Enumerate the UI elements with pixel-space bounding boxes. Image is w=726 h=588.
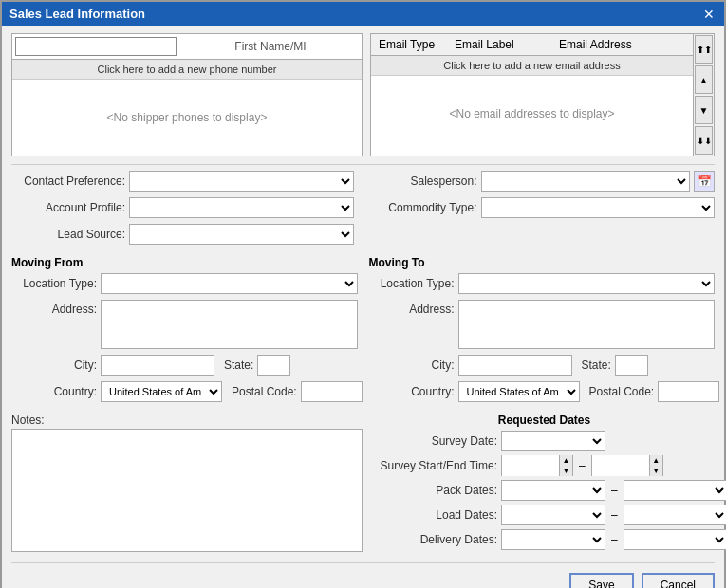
- survey-date-row: Survey Date:: [374, 431, 715, 451]
- from-state-label: State:: [218, 358, 253, 372]
- delivery-dates-label: Delivery Dates:: [374, 533, 497, 546]
- phone-input[interactable]: [15, 37, 177, 56]
- email-panel-wrapper: Email Type Email Label Email Address Cli…: [370, 33, 715, 156]
- load-dash: –: [609, 508, 620, 522]
- survey-start-down-btn[interactable]: ▼: [559, 466, 572, 476]
- from-country-label: Country:: [11, 385, 97, 398]
- to-state-input[interactable]: [615, 355, 648, 376]
- phone-header: First Name/MI: [12, 34, 362, 60]
- commodity-type-row: Commodity Type:: [373, 197, 716, 218]
- moving-to-block: Moving To Location Type: Address: City: …: [369, 256, 716, 408]
- salesperson-label: Salesperson:: [373, 175, 477, 188]
- email-address-col: Email Address: [551, 34, 693, 55]
- moving-from-title: Moving From: [11, 256, 358, 269]
- footer-buttons: Save Cancel: [11, 569, 715, 588]
- to-location-select[interactable]: [458, 273, 716, 294]
- email-up-btn[interactable]: ▲: [695, 65, 713, 94]
- phone-empty-label: <No shipper phones to display>: [12, 80, 362, 156]
- survey-time-label: Survey Start/End Time:: [374, 459, 497, 472]
- save-button[interactable]: Save: [569, 573, 633, 588]
- survey-end-up-btn[interactable]: ▲: [649, 455, 662, 466]
- to-location-label: Location Type:: [369, 277, 455, 290]
- cancel-button[interactable]: Cancel: [642, 573, 715, 588]
- to-state-label: State:: [576, 358, 611, 372]
- contact-pref-select[interactable]: [129, 171, 354, 192]
- lead-source-row: Lead Source:: [11, 224, 354, 245]
- email-side-buttons: ⬆⬆ ▲ ▼ ⬇⬇: [694, 33, 715, 156]
- email-panel: Email Type Email Label Email Address Cli…: [370, 33, 694, 156]
- contact-pref-label: Contact Preference:: [11, 175, 125, 188]
- moving-from-block: Moving From Location Type: Address: City…: [11, 256, 358, 408]
- dialog-title: Sales Lead Information: [9, 7, 145, 21]
- survey-start-up-btn[interactable]: ▲: [559, 455, 572, 466]
- notes-textarea[interactable]: [11, 429, 363, 552]
- email-label-col: Email Label: [447, 34, 551, 55]
- from-country-row: Country: United States of Am Postal Code…: [11, 381, 358, 402]
- to-address-textarea[interactable]: [458, 300, 716, 349]
- to-postal-input[interactable]: [658, 381, 719, 402]
- survey-end-down-btn[interactable]: ▼: [649, 466, 662, 476]
- pack-dates-label: Pack Dates:: [374, 484, 497, 497]
- survey-start-spinner: ▲ ▼: [501, 455, 573, 476]
- from-city-label: City:: [11, 358, 97, 372]
- first-name-placeholder: First Name/MI: [179, 34, 362, 59]
- from-address-textarea[interactable]: [101, 300, 358, 349]
- from-city-input[interactable]: [101, 355, 214, 376]
- commodity-type-select[interactable]: [481, 197, 716, 218]
- survey-end-input[interactable]: [592, 455, 649, 476]
- sales-lead-dialog: Sales Lead Information ✕ First Name/MI C…: [0, 0, 726, 588]
- pack-to-select[interactable]: [624, 480, 726, 501]
- email-bottom-btn[interactable]: ⬇⬇: [695, 126, 713, 155]
- survey-date-label: Survey Date:: [374, 434, 497, 448]
- mid-form-section: Contact Preference: Account Profile: Lea…: [11, 171, 715, 250]
- add-email-row[interactable]: Click here to add a new email address: [371, 56, 693, 76]
- survey-date-select[interactable]: [501, 431, 605, 451]
- to-city-input[interactable]: [458, 355, 572, 376]
- title-bar: Sales Lead Information ✕: [2, 2, 724, 26]
- add-phone-row[interactable]: Click here to add a new phone number: [12, 60, 362, 80]
- delivery-from-select[interactable]: [501, 529, 605, 550]
- notes-block: Notes:: [11, 413, 363, 555]
- survey-start-input[interactable]: [502, 455, 559, 476]
- lead-source-label: Lead Source:: [11, 228, 125, 241]
- calendar-button[interactable]: 📅: [694, 171, 715, 192]
- form-right: Salesperson: 📅 Commodity Type:: [373, 171, 716, 250]
- email-empty-label: <No email addresses to display>: [371, 76, 693, 152]
- lead-source-select[interactable]: [129, 224, 354, 245]
- top-section: First Name/MI Click here to add a new ph…: [11, 33, 715, 156]
- email-top-btn[interactable]: ⬆⬆: [695, 35, 713, 64]
- load-to-select[interactable]: [624, 505, 726, 525]
- delivery-dash: –: [609, 533, 620, 546]
- load-dates-row: Load Dates: –: [374, 505, 715, 525]
- from-location-row: Location Type:: [11, 273, 358, 294]
- survey-time-dash: –: [577, 459, 587, 472]
- form-left: Contact Preference: Account Profile: Lea…: [11, 171, 354, 250]
- phone-panel: First Name/MI Click here to add a new ph…: [11, 33, 363, 156]
- commodity-type-label: Commodity Type:: [373, 201, 477, 214]
- survey-end-spinner-btns: ▲ ▼: [649, 455, 662, 476]
- load-from-select[interactable]: [501, 505, 605, 525]
- from-city-row: City: State:: [11, 355, 358, 376]
- pack-dash: –: [609, 484, 620, 497]
- close-button[interactable]: ✕: [701, 8, 717, 21]
- pack-from-select[interactable]: [501, 480, 605, 501]
- dialog-body: First Name/MI Click here to add a new ph…: [2, 26, 724, 588]
- salesperson-select[interactable]: [481, 171, 691, 192]
- from-state-input[interactable]: [257, 355, 290, 376]
- email-down-btn[interactable]: ▼: [695, 96, 713, 124]
- email-header: Email Type Email Label Email Address: [371, 34, 693, 56]
- from-postal-input[interactable]: [301, 381, 363, 402]
- to-city-label: City:: [369, 358, 455, 372]
- requested-dates-title: Requested Dates: [374, 413, 715, 427]
- to-country-select[interactable]: United States of Am: [458, 381, 580, 402]
- bottom-section: Notes: Requested Dates Survey Date: Surv…: [11, 413, 715, 555]
- to-country-label: Country:: [369, 385, 455, 398]
- from-country-select[interactable]: United States of Am: [101, 381, 222, 402]
- salesperson-row: Salesperson: 📅: [373, 171, 716, 192]
- from-location-select[interactable]: [101, 273, 358, 294]
- account-profile-row: Account Profile:: [11, 197, 354, 218]
- moving-section: Moving From Location Type: Address: City…: [11, 256, 715, 408]
- survey-time-row: Survey Start/End Time: ▲ ▼ – ▲ ▼: [374, 455, 715, 476]
- delivery-to-select[interactable]: [624, 529, 726, 550]
- account-profile-select[interactable]: [129, 197, 354, 218]
